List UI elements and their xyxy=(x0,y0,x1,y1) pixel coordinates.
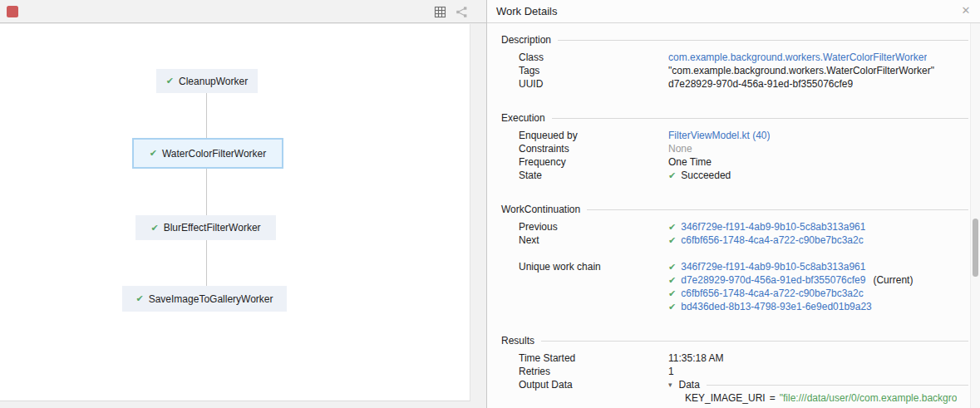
row-output-data: Output Data ▾ Data xyxy=(487,378,970,391)
success-icon: ✔ xyxy=(135,294,143,303)
graph-toolbar xyxy=(0,0,486,23)
row-time-started: Time Started 11:35:18 AM xyxy=(487,351,970,365)
field-label: State xyxy=(519,170,668,181)
worker-node-label: SaveImageToGalleryWorker xyxy=(149,293,273,305)
graph-view-icon[interactable] xyxy=(456,6,468,18)
field-label: Next xyxy=(519,234,668,246)
worker-node-watercolor-selected[interactable]: ✔ WaterColorFilterWorker xyxy=(132,138,283,169)
graph-edge xyxy=(206,93,207,138)
section-rule xyxy=(552,118,968,119)
work-chain-link[interactable]: c6fbf656-1748-4ca4-a722-c90be7bc3a2c xyxy=(681,288,864,299)
section-title-text: Description xyxy=(501,34,551,46)
worker-node-label: BlurEffectFilterWorker xyxy=(164,222,261,233)
field-label: Output Data xyxy=(519,379,668,391)
row-previous: Previous ✔ 346f729e-f191-4ab9-9b10-5c8ab… xyxy=(487,220,970,233)
row-retries: Retries 1 xyxy=(487,365,970,378)
section-title-text: Results xyxy=(501,335,534,347)
row-output-key-value: KEY_IMAGE_URI = "file:///data/user/0/com… xyxy=(487,391,970,405)
worker-node-save[interactable]: ✔ SaveImageToGalleryWorker xyxy=(122,286,287,312)
success-icon: ✔ xyxy=(668,302,676,312)
next-work-link[interactable]: c6fbf656-1748-4ca4-a722-c90be7bc3a2c xyxy=(681,234,864,246)
success-icon: ✔ xyxy=(150,224,158,233)
row-frequency: Frequency One Time xyxy=(487,155,970,169)
uuid-value: d7e28929-970d-456a-91ed-bf355076cfe9 xyxy=(668,78,853,90)
tags-value: "com.example.background.workers.WaterCol… xyxy=(668,65,934,76)
work-graph-canvas[interactable]: ✔ CleanupWorker ✔ WaterColorFilterWorker… xyxy=(0,24,470,401)
graph-edge xyxy=(206,240,207,286)
success-icon: ✔ xyxy=(668,276,676,285)
stop-inspector-icon[interactable] xyxy=(7,6,18,17)
equals-sign: = xyxy=(770,392,776,404)
field-label: Class xyxy=(519,52,668,63)
work-details-content: Description Class com.example.background… xyxy=(487,23,970,408)
work-chain-item: ✔ bd436ded-8b13-4798-93e1-6e9ed01b9a23 xyxy=(668,300,913,313)
field-label: Previous xyxy=(519,221,668,233)
row-class: Class com.example.background.workers.Wat… xyxy=(487,51,970,64)
success-icon: ✔ xyxy=(166,76,174,86)
retries-value: 1 xyxy=(668,366,674,377)
success-icon: ✔ xyxy=(150,149,157,158)
field-label: Frequency xyxy=(519,156,668,168)
row-unique-work-chain: Unique work chain ✔ 346f729e-f191-4ab9-9… xyxy=(487,260,970,313)
section-title-results: Results xyxy=(487,334,970,347)
constraints-value: None xyxy=(668,143,692,155)
row-enqueued-by: Enqueued by FilterViewModel.kt (40) xyxy=(487,129,970,142)
work-chain-list: ✔ 346f729e-f191-4ab9-9b10-5c8ab313a961 ✔… xyxy=(668,260,913,313)
field-label: Constraints xyxy=(519,143,668,155)
panel-title: Work Details xyxy=(496,5,557,17)
worker-node-label: CleanupWorker xyxy=(179,76,248,87)
work-chain-link[interactable]: bd436ded-8b13-4798-93e1-6e9ed01b9a23 xyxy=(681,301,872,312)
row-state: State ✔ Succeeded xyxy=(487,169,970,182)
section-rule xyxy=(541,341,968,342)
data-group-label: Data xyxy=(679,379,700,391)
work-chain-link[interactable]: d7e28929-970d-456a-91ed-bf355076cfe9 xyxy=(681,274,865,286)
work-chain-link[interactable]: 346f729e-f191-4ab9-9b10-5c8ab313a961 xyxy=(681,261,865,273)
row-uuid: UUID d7e28929-970d-456a-91ed-bf355076cfe… xyxy=(487,77,970,91)
worker-node-cleanup[interactable]: ✔ CleanupWorker xyxy=(156,69,258,93)
field-label: Retries xyxy=(519,366,668,377)
time-started-value: 11:35:18 AM xyxy=(668,352,724,364)
current-badge: (Current) xyxy=(873,274,913,286)
field-label: Unique work chain xyxy=(519,260,668,273)
success-icon: ✔ xyxy=(668,236,676,245)
success-icon: ✔ xyxy=(668,223,676,232)
class-link[interactable]: com.example.background.workers.WaterColo… xyxy=(668,52,927,63)
section-title-text: Execution xyxy=(501,112,545,124)
row-tags: Tags "com.example.background.workers.Wat… xyxy=(487,64,970,77)
section-rule xyxy=(558,40,968,41)
field-label: Enqueued by xyxy=(519,130,668,141)
previous-work-link[interactable]: 346f729e-f191-4ab9-9b10-5c8ab313a961 xyxy=(681,221,865,233)
worker-node-blur[interactable]: ✔ BlurEffectFilterWorker xyxy=(135,215,276,240)
work-details-header: Work Details ✕ xyxy=(487,0,980,23)
field-label: Time Started xyxy=(519,352,668,364)
graph-edge xyxy=(206,169,207,215)
work-chain-item: ✔ 346f729e-f191-4ab9-9b10-5c8ab313a961 xyxy=(668,260,913,273)
panel-scrollbar[interactable] xyxy=(970,23,980,408)
collapse-triangle-icon[interactable]: ▾ xyxy=(668,381,672,389)
frequency-value: One Time xyxy=(668,156,712,168)
section-title-description: Description xyxy=(487,33,970,47)
enqueued-by-link[interactable]: FilterViewModel.kt (40) xyxy=(668,130,770,141)
section-rule xyxy=(587,209,968,210)
success-icon: ✔ xyxy=(668,263,676,272)
row-next: Next ✔ c6fbf656-1748-4ca4-a722-c90be7bc3… xyxy=(487,233,970,247)
work-chain-item-current: ✔ d7e28929-970d-456a-91ed-bf355076cfe9 (… xyxy=(668,273,913,287)
success-icon: ✔ xyxy=(668,171,676,180)
background-task-inspector: ✔ CleanupWorker ✔ WaterColorFilterWorker… xyxy=(0,0,980,408)
output-key: KEY_IMAGE_URI xyxy=(685,392,766,404)
row-constraints: Constraints None xyxy=(487,142,970,155)
work-details-panel: Work Details ✕ Description Class com.exa… xyxy=(487,0,980,408)
section-title-workcontinuation: WorkContinuation xyxy=(487,203,970,216)
success-icon: ✔ xyxy=(668,289,676,298)
section-title-text: WorkContinuation xyxy=(501,204,580,215)
field-label: UUID xyxy=(519,78,668,90)
table-view-icon[interactable] xyxy=(434,6,446,18)
output-value-string: "file:///data/user/0/com.example.backgro xyxy=(780,392,958,404)
state-value: Succeeded xyxy=(681,170,731,181)
section-rule xyxy=(707,385,968,386)
field-label: Tags xyxy=(519,65,668,76)
section-title-execution: Execution xyxy=(487,111,970,125)
worker-node-label: WaterColorFilterWorker xyxy=(162,148,266,160)
scrollbar-thumb[interactable] xyxy=(973,219,978,277)
close-icon[interactable]: ✕ xyxy=(959,4,973,17)
